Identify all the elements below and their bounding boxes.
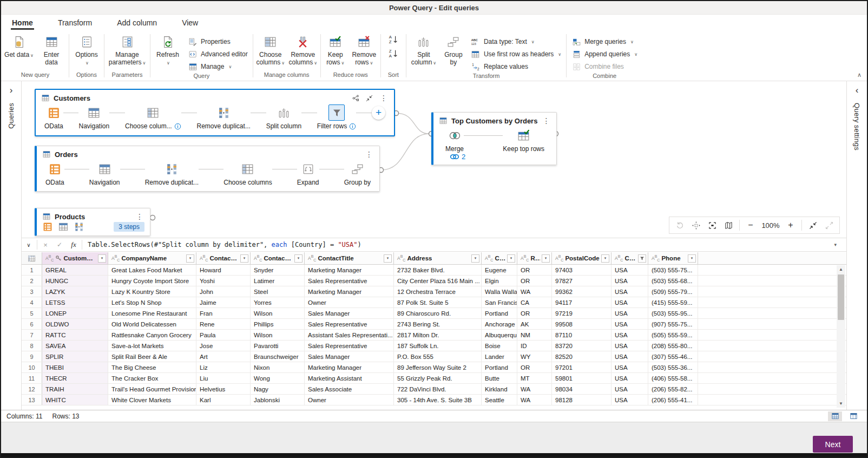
table-cell[interactable]: Sales Associate [305,384,394,394]
column-filter-icon[interactable]: ▾ [542,254,550,263]
query-step-filter-rows[interactable]: Filter rows [317,104,356,130]
table-cell[interactable]: Portland [482,362,517,372]
choose-columns-button[interactable]: Choose columns∨ [255,34,286,68]
table-cell[interactable]: Lazy K Kountry Store [108,286,196,297]
table-cell[interactable]: Helvetius [196,384,251,394]
table-cell[interactable]: Yorres [251,297,305,307]
table-cell[interactable]: Albuquerque [482,330,517,340]
query-step-expand[interactable]: Expand [297,161,319,186]
row-number[interactable]: 13 [22,395,42,405]
table-cell[interactable]: LETSS [42,297,108,307]
table-cell[interactable]: NM [517,330,552,340]
table-cell[interactable]: 87 Polk St. Suite 5 [394,297,482,307]
row-number[interactable]: 4 [22,297,42,307]
table-cell[interactable]: Owner [305,297,394,307]
table-cell[interactable]: (208) 555-80... [648,341,698,351]
query-step-split-column[interactable]: Split column [266,104,301,130]
scroll-up-icon[interactable]: ▲ [837,265,845,273]
table-cell[interactable]: San Francis... [482,297,517,307]
row-number[interactable]: 3 [22,286,42,297]
table-cell[interactable]: Liu [196,373,251,383]
column-header-postalcode[interactable]: ABCPostalCode▾ [552,252,611,264]
filter-applied-icon[interactable] [638,254,646,263]
merge-queries-button[interactable]: Merge queries∨ [568,36,641,48]
column-header-city[interactable]: ABCCity▾ [482,252,517,264]
table-cell[interactable]: WA [517,395,552,405]
column-filter-icon[interactable]: ▾ [601,254,609,263]
table-cell[interactable]: Art [196,351,251,362]
table-cell[interactable]: USA [611,341,648,351]
query-step-merge[interactable]: Merge [445,127,464,153]
table-cell[interactable]: WA [517,286,552,297]
table-cell[interactable]: 99362 [552,286,611,297]
expand-formula-bar-icon[interactable]: ∨ [22,238,36,251]
query-menu-icon[interactable]: ⋮ [135,214,144,219]
query-box-top-customers[interactable]: Top Customers by Orders ⋮ MergeKeep top … [431,112,557,165]
table-cell[interactable]: 59801 [552,373,611,383]
expand-queries-icon[interactable]: › [10,87,13,94]
table-cell[interactable]: Boise [482,341,517,351]
table-cell[interactable]: Marketing Assistant [305,373,394,383]
table-cell[interactable]: Assistant Sales Representati... [305,330,394,340]
table-cell[interactable]: Snyder [251,265,305,275]
table-cell[interactable]: Great Lakes Food Market [108,265,196,275]
table-cell[interactable]: LONEP [42,308,108,318]
table-cell[interactable]: P.O. Box 555 [394,351,482,362]
table-cell[interactable]: Kirkland [482,384,517,394]
table-cell[interactable]: 89 Jefferson Way Suite 2 [394,362,482,372]
commit-formula-icon[interactable]: ✓ [52,238,67,251]
table-cell[interactable]: Sales Representative [305,276,394,286]
table-cell[interactable]: Lander [482,351,517,362]
remove-columns-button[interactable]: Remove columns∨ [287,34,319,68]
grid-vertical-scrollbar[interactable]: ▲ ▼ [837,265,845,408]
table-cell[interactable]: USA [611,308,648,318]
table-cell[interactable]: Save-a-lot Markets [108,341,196,351]
table-cell[interactable]: (503) 555-95... [648,308,698,318]
table-cell[interactable]: (509) 555-79... [648,286,698,297]
table-cell[interactable]: 82520 [552,351,611,362]
query-box-products[interactable]: Products ⋮ 3 steps [35,208,150,236]
table-cell[interactable]: Liz [196,362,251,372]
table-cell[interactable]: White Clover Markets [108,395,196,405]
select-all-cell[interactable] [22,252,42,264]
table-cell[interactable]: 187 Suffolk Ln. [394,341,482,351]
table-cell[interactable]: (503) 555-68... [648,276,698,286]
table-cell[interactable]: (415) 555-59... [648,297,698,307]
column-filter-icon[interactable]: ▾ [186,254,194,263]
table-cell[interactable]: Jablonski [251,395,305,405]
table-cell[interactable]: RATTC [42,330,108,340]
table-cell[interactable]: ID [517,341,552,351]
split-column-button[interactable]: Split column∨ [408,34,439,68]
table-cell[interactable]: City Center Plaza 516 Main ... [394,276,482,286]
data-view-button[interactable] [828,411,842,421]
table-cell[interactable]: WHITC [42,395,108,405]
table-cell[interactable]: 97827 [552,276,611,286]
zoom-in-button[interactable]: + [782,218,799,233]
table-cell[interactable]: THEBI [42,362,108,372]
expand-all-queries-button[interactable] [821,218,837,233]
tab-home[interactable]: Home [11,16,34,31]
table-cell[interactable]: Butte [482,373,517,383]
table-cell[interactable]: Lonesome Pine Restaurant [108,308,196,318]
column-filter-icon[interactable]: ▾ [240,254,248,263]
group-by-button[interactable]: Group by [440,34,466,67]
column-header-contactname-1[interactable]: ABCContactName.1▾ [196,252,251,264]
mini-map-button[interactable] [720,218,737,233]
formula-dropdown-icon[interactable]: ▾ [834,242,837,247]
append-queries-button[interactable]: Append queries∨ [568,48,641,60]
column-filter-icon[interactable]: ▾ [471,254,479,263]
query-menu-icon[interactable]: ⋮ [379,95,389,101]
row-number[interactable]: 10 [22,362,42,372]
info-icon[interactable] [174,123,181,130]
table-cell[interactable]: USA [611,362,648,372]
table-cell[interactable]: Portland [482,308,517,318]
table-cell[interactable]: HUNGC [42,276,108,286]
column-filter-icon[interactable]: ▾ [384,254,392,263]
formula-input[interactable]: Table.SelectRows(#"Split column by delim… [88,241,361,248]
row-number[interactable]: 9 [22,351,42,362]
table-cell[interactable]: USA [611,319,648,329]
zoom-out-button[interactable]: − [742,218,759,233]
column-filter-icon[interactable]: ▾ [507,254,515,263]
table-cell[interactable]: GREAL [42,265,108,275]
collapse-query-icon[interactable] [365,94,373,102]
